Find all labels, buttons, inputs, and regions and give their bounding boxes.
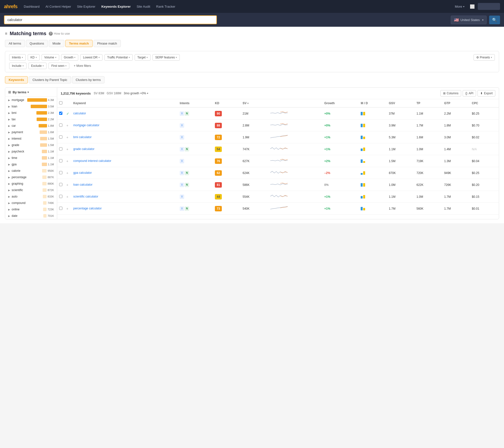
- view-tab-clusters-by-terms[interactable]: Clusters by terms: [72, 76, 104, 83]
- sidebar-item-car[interactable]: ▶ car 1.8M: [5, 123, 57, 129]
- sidebar-item-payment[interactable]: ▶ payment 1.6M: [5, 129, 57, 135]
- filter-include[interactable]: Include: [9, 63, 26, 69]
- plus-icon[interactable]: +: [66, 183, 68, 187]
- th-sv[interactable]: SV ▾: [241, 99, 268, 107]
- nav-link-site-explorer[interactable]: Site Explorer: [75, 3, 98, 10]
- hamburger-icon[interactable]: ≡: [5, 31, 7, 36]
- sidebar-item-interest[interactable]: ▶ interest 1.5M: [5, 135, 57, 142]
- row-checkbox[interactable]: [59, 159, 62, 162]
- app-logo[interactable]: ahrefs: [4, 4, 17, 9]
- nav-user-avatar[interactable]: [478, 3, 500, 10]
- filter-intents[interactable]: Intents: [9, 54, 26, 61]
- keyword-link[interactable]: bmi calculator: [73, 135, 92, 139]
- tab-terms-match[interactable]: Terms match: [65, 40, 93, 47]
- view-tab-keywords[interactable]: Keywords: [5, 76, 28, 83]
- sidebar-item-tax[interactable]: ▶ tax 2.2M: [5, 116, 57, 123]
- nav-link-site-audit[interactable]: Site Audit: [134, 3, 153, 10]
- keywords-table: Keyword Intents KD SV ▾ Growth M / D GSV…: [57, 99, 499, 215]
- row-checkbox[interactable]: [59, 135, 62, 139]
- export-button[interactable]: ⬇ Export: [478, 90, 495, 97]
- row-kd-cell: 73: [213, 203, 241, 215]
- growth-value: –2%: [324, 171, 330, 175]
- nav-link-keywords-explorer[interactable]: Keywords Explorer: [99, 3, 133, 10]
- sidebar-item-compound[interactable]: ▶ compound 749K: [5, 200, 57, 206]
- row-checkbox[interactable]: [59, 207, 62, 210]
- row-checkbox[interactable]: [59, 124, 62, 127]
- country-selector[interactable]: 🇺🇸 United States: [451, 16, 487, 24]
- keyword-link[interactable]: grade calculator: [73, 147, 94, 151]
- plus-icon[interactable]: +: [66, 147, 68, 151]
- sidebar-item-calorie[interactable]: ▶ calorie 956K: [5, 168, 57, 174]
- sidebar-item-graphing[interactable]: ▶ graphing 880K: [5, 180, 57, 187]
- plus-icon[interactable]: +: [66, 124, 68, 127]
- tab-mode[interactable]: Mode: [49, 40, 64, 47]
- filter-traffic-potential[interactable]: Traffic Potential: [104, 54, 133, 61]
- sidebar-item-date[interactable]: ▶ date 701K: [5, 213, 57, 219]
- row-kd-cell: 62: [213, 167, 241, 179]
- filter-presets[interactable]: ⚙ Presets: [474, 54, 495, 61]
- view-tabs: KeywordsClusters by Parent TopicClusters…: [5, 76, 499, 83]
- filter-exclude[interactable]: Exclude: [28, 63, 47, 69]
- sidebar-item-paycheck[interactable]: ▶ paycheck 1.1M: [5, 148, 57, 155]
- tab-phrase-match[interactable]: Phrase match: [94, 40, 121, 47]
- filter-serp-features[interactable]: SERP features: [152, 54, 180, 61]
- keyword-link[interactable]: loan calculator: [73, 183, 92, 186]
- plus-icon[interactable]: +: [66, 135, 68, 139]
- filter-volume[interactable]: Volume: [42, 54, 59, 61]
- sidebar-item-auto[interactable]: ▶ auto 833K: [5, 193, 57, 200]
- keyword-link[interactable]: gpa calculator: [73, 171, 92, 174]
- sidebar-item-bmi[interactable]: ▶ bmi 2.3M: [5, 110, 57, 116]
- filter-kd[interactable]: KD: [28, 54, 40, 61]
- tab-all-terms[interactable]: All terms: [5, 40, 25, 47]
- sidebar-item-bar: [43, 201, 47, 205]
- sidebar-item-scientific[interactable]: ▶ scientific 872K: [5, 187, 57, 193]
- growth-filter[interactable]: 3mo growth +0%: [124, 92, 148, 95]
- keyword-link[interactable]: percentage calculator: [73, 207, 102, 210]
- filter-first-seen[interactable]: First seen: [49, 63, 69, 69]
- keyword-link[interactable]: mortgage calculator: [73, 124, 99, 127]
- more-filters-button[interactable]: + More filters: [71, 63, 94, 69]
- plus-icon[interactable]: +: [66, 171, 68, 175]
- row-checkbox[interactable]: [59, 171, 62, 174]
- view-tab-clusters-by-parent-topic[interactable]: Clusters by Parent Topic: [29, 76, 71, 83]
- filter-target[interactable]: Target: [135, 54, 151, 61]
- nav-more-button[interactable]: More: [452, 3, 467, 10]
- md-bar-blue: [361, 149, 363, 151]
- sidebar-item-loan[interactable]: ▶ loan 3.5M: [5, 103, 57, 110]
- sidebar-item-label: tax: [12, 118, 35, 121]
- row-intents-cell: I: [178, 131, 213, 143]
- nav-link-rank-tracker[interactable]: Rank Tracker: [154, 3, 178, 10]
- sidebar-item-gpa[interactable]: ▶ gpa 1.1M: [5, 161, 57, 168]
- select-all-checkbox[interactable]: [59, 101, 62, 104]
- by-terms-button[interactable]: By terms: [13, 90, 29, 94]
- search-button[interactable]: 🔍: [489, 16, 500, 24]
- md-bar-yellow: [363, 112, 365, 115]
- sidebar-item-mortgage[interactable]: ▶ mortgage 4.3M: [5, 97, 57, 103]
- sidebar-item-online[interactable]: ▶ online 723K: [5, 206, 57, 213]
- how-to-use-link[interactable]: ? How to use: [49, 32, 70, 36]
- columns-button[interactable]: ⊞ Columns: [440, 90, 461, 97]
- keyword-link[interactable]: calculator: [73, 112, 86, 115]
- plus-icon[interactable]: +: [66, 159, 68, 163]
- row-checkbox[interactable]: [59, 147, 62, 150]
- api-button[interactable]: {} API: [463, 90, 476, 97]
- filter-growth[interactable]: Growth: [61, 54, 78, 61]
- keyword-link[interactable]: scientific calculator: [73, 195, 98, 198]
- search-input[interactable]: [4, 15, 217, 24]
- filter-lowest-dr[interactable]: Lowest DR: [80, 54, 102, 61]
- tab-questions[interactable]: Questions: [26, 40, 48, 47]
- sidebar-item-time[interactable]: ▶ time 1.1M: [5, 155, 57, 161]
- keyword-link[interactable]: compound interest calculator: [73, 159, 111, 163]
- nav-link-ai-content[interactable]: AI Content Helper: [43, 3, 74, 10]
- row-checkbox[interactable]: [59, 195, 62, 198]
- sidebar-item-percentage[interactable]: ▶ percentage 887K: [5, 174, 57, 180]
- plus-icon[interactable]: +: [66, 207, 68, 211]
- sidebar-item-count: 1.8M: [48, 124, 54, 127]
- th-sparkline: [268, 99, 322, 107]
- nav-monitor-icon[interactable]: ⬜: [468, 3, 477, 10]
- sidebar-item-grade[interactable]: ▶ grade 1.5M: [5, 142, 57, 148]
- row-checkbox[interactable]: [59, 183, 62, 186]
- plus-icon[interactable]: +: [66, 195, 68, 199]
- nav-link-dashboard[interactable]: Dashboard: [21, 3, 42, 10]
- row-checkbox[interactable]: [59, 112, 62, 115]
